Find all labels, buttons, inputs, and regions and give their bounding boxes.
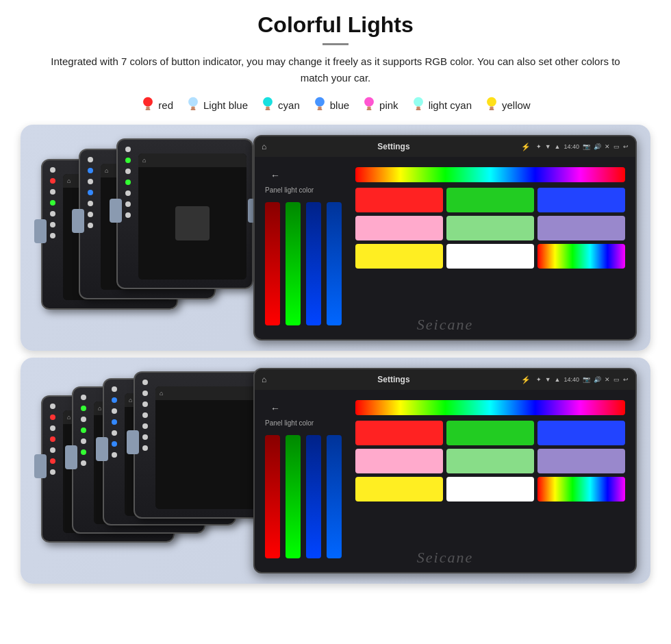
swatch-pink-bottom[interactable]	[355, 449, 443, 473]
b1-btn5	[50, 447, 55, 453]
device-row-top: ⌂	[21, 125, 650, 351]
b2-btn5	[81, 438, 86, 444]
color-label-yellow: yellow	[502, 99, 531, 111]
unit-buttons-b2	[76, 395, 91, 525]
swatch-red-top[interactable]	[355, 188, 443, 212]
wifi-icon: ▼	[545, 143, 551, 150]
btn-mute	[50, 233, 55, 238]
btn-nav-3	[125, 179, 131, 185]
b2-btn4	[81, 428, 86, 433]
b1-btn6	[50, 458, 55, 464]
svg-rect-13	[367, 107, 370, 109]
slider-blue-bottom[interactable]	[306, 435, 321, 558]
bulb-icon-lightblue	[186, 96, 201, 114]
bulb-icon-lightcyan	[411, 96, 426, 114]
camera-icon: 📷	[583, 143, 590, 150]
main-screen-bottom: ⌂ Settings ⚡ ✦ ▼ ▲ 14:40 📷 🔊 ✕ ▭ ↩	[253, 368, 637, 573]
btn-mute-2	[88, 223, 93, 228]
swatch-lightgreen-bottom[interactable]	[446, 449, 534, 473]
palette-bottom	[355, 400, 625, 562]
color-label-pink: pink	[379, 99, 398, 111]
btn-nav-2	[88, 190, 93, 195]
back-button-top[interactable]: ←	[265, 167, 342, 184]
swatch-purple-top[interactable]	[537, 216, 625, 240]
slider-green-bottom[interactable]	[286, 435, 301, 558]
color-indicator-row: red Light blue cyan	[140, 96, 530, 114]
svg-rect-2	[146, 109, 151, 110]
signal-icon-b: ▲	[555, 376, 561, 383]
svg-rect-17	[416, 109, 420, 110]
slider-red-bottom[interactable]	[265, 435, 280, 558]
svg-rect-5	[191, 109, 196, 110]
svg-rect-14	[367, 109, 372, 110]
bluetooth-icon: ✦	[536, 143, 542, 150]
unit-screen-b4: ⌂	[155, 386, 260, 509]
swatch-yellow-bottom[interactable]	[355, 477, 443, 501]
page: Colorful Lights Integrated with 7 colors…	[0, 0, 671, 644]
screen-body-top: ← Panel light color	[255, 157, 635, 339]
b3-btn2	[112, 397, 117, 403]
color-label-blue: blue	[330, 99, 349, 111]
b3-btn5	[112, 430, 117, 436]
b2-btn3	[81, 417, 86, 422]
rainbow-bar-bottom[interactable]	[355, 400, 625, 415]
x-icon-b: ✕	[605, 376, 610, 383]
devices-section: ⌂	[21, 125, 650, 584]
b4-btn2	[142, 391, 148, 396]
btn-vol	[50, 222, 55, 227]
b3-btn6	[112, 441, 117, 447]
swatch-pink-top[interactable]	[355, 216, 443, 240]
swatch-green-bottom[interactable]	[446, 421, 534, 445]
rect-icon: ▭	[613, 143, 620, 150]
swatch-green-top[interactable]	[446, 188, 534, 212]
bulb-icon-yellow	[484, 96, 499, 114]
slider-blue2-bottom[interactable]	[327, 435, 342, 558]
btn-nav	[50, 200, 55, 206]
svg-rect-10	[318, 107, 321, 109]
rainbow-bar-top[interactable]	[355, 167, 625, 182]
home-icon-b: ⌂	[262, 375, 266, 384]
panel-label-top: Panel light color	[265, 186, 342, 194]
slider-blue2-top[interactable]	[327, 202, 342, 325]
b3-btn4	[112, 419, 117, 425]
usb-icon-b: ⚡	[521, 375, 531, 384]
slider-blue-top[interactable]	[306, 202, 321, 325]
back-nav-icon-b: ↩	[623, 376, 629, 383]
b4-btn3	[142, 401, 148, 407]
svg-rect-16	[416, 107, 420, 109]
swatch-purple-bottom[interactable]	[537, 449, 625, 473]
swatch-red-bottom[interactable]	[355, 421, 443, 445]
b1-btn1	[50, 404, 55, 409]
title-divider	[322, 43, 349, 45]
bulb-icon-pink	[362, 96, 377, 114]
slider-red-top[interactable]	[265, 202, 280, 325]
b2-btn6	[81, 449, 86, 455]
swatch-blue-bottom[interactable]	[537, 421, 625, 445]
back-nav-icon: ↩	[623, 143, 629, 150]
swatch-blue-top[interactable]	[537, 188, 625, 212]
screen-header-bottom: ⌂ Settings ⚡ ✦ ▼ ▲ 14:40 📷 🔊 ✕ ▭ ↩	[255, 369, 635, 390]
bluetooth-icon-b: ✦	[536, 376, 542, 383]
swatch-yellow-top[interactable]	[355, 244, 443, 269]
bulb-icon-red	[140, 96, 155, 114]
btn-vol-2	[88, 212, 93, 217]
b4-btn1	[142, 380, 148, 385]
swatch-white-bottom[interactable]	[446, 477, 534, 501]
svg-point-6	[263, 97, 273, 107]
screen-title-bottom: Settings	[272, 375, 515, 384]
swatch-white-top[interactable]	[446, 244, 534, 269]
swatch-rainbow-bottom[interactable]	[537, 477, 625, 501]
btn-home-3	[125, 147, 131, 152]
sliders-group-bottom	[265, 435, 342, 558]
btn-undo-3	[125, 190, 131, 196]
page-description: Integrated with 7 colors of button indic…	[41, 53, 630, 86]
screen-icons-top: ✦ ▼ ▲ 14:40 📷 🔊 ✕ ▭ ↩	[536, 143, 629, 150]
slider-green-top[interactable]	[286, 202, 301, 325]
color-item-yellow: yellow	[484, 96, 531, 114]
svg-rect-20	[490, 109, 494, 110]
color-item-cyan: cyan	[260, 96, 300, 114]
color-item-red: red	[140, 96, 173, 114]
swatch-rainbow-top[interactable]	[537, 244, 625, 269]
back-button-bottom[interactable]: ←	[265, 400, 342, 417]
swatch-lightgreen-top[interactable]	[446, 216, 534, 240]
